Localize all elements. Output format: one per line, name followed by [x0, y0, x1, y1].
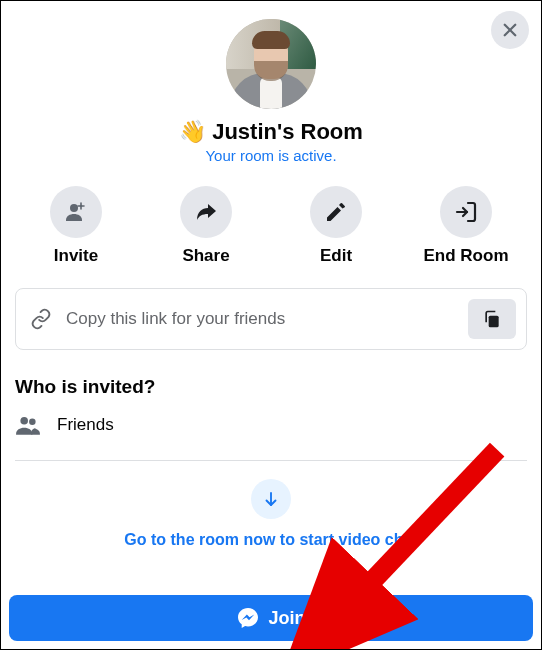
- go-to-room-text: Go to the room now to start video chat: [124, 531, 417, 549]
- edit-label: Edit: [320, 246, 352, 266]
- go-to-room-link[interactable]: Go to the room now to start video chat: [124, 479, 417, 549]
- end-room-label: End Room: [424, 246, 509, 266]
- end-room-action[interactable]: End Room: [421, 186, 511, 266]
- share-action[interactable]: Share: [161, 186, 251, 266]
- host-avatar: [226, 19, 316, 109]
- share-icon: [194, 200, 218, 224]
- arrow-down-icon: [262, 490, 280, 508]
- invited-scope-row[interactable]: Friends: [15, 412, 527, 460]
- svg-point-5: [20, 417, 28, 425]
- end-room-icon: [454, 200, 478, 224]
- invited-heading: Who is invited?: [15, 376, 527, 398]
- messenger-icon: [236, 606, 260, 630]
- invite-label: Invite: [54, 246, 98, 266]
- copy-link-button[interactable]: [468, 299, 516, 339]
- invited-scope-label: Friends: [57, 415, 114, 435]
- close-button[interactable]: [491, 11, 529, 49]
- join-button[interactable]: Join: [9, 595, 533, 641]
- room-status: Your room is active.: [205, 147, 336, 164]
- join-label: Join: [268, 608, 305, 629]
- copy-link-placeholder: Copy this link for your friends: [66, 309, 454, 329]
- invite-icon: [64, 200, 88, 224]
- copy-link-box[interactable]: Copy this link for your friends: [15, 288, 527, 350]
- divider: [15, 460, 527, 461]
- edit-action[interactable]: Edit: [291, 186, 381, 266]
- close-icon: [501, 21, 519, 39]
- friends-icon: [15, 412, 41, 438]
- edit-icon: [324, 200, 348, 224]
- copy-icon: [482, 309, 502, 329]
- link-icon: [30, 308, 52, 330]
- wave-emoji: 👋: [179, 119, 206, 145]
- svg-rect-4: [489, 316, 499, 328]
- share-label: Share: [182, 246, 229, 266]
- room-title: Justin's Room: [212, 119, 363, 145]
- actions-row: Invite Share Edit End Room: [15, 186, 527, 266]
- invite-action[interactable]: Invite: [31, 186, 121, 266]
- svg-point-2: [70, 204, 78, 212]
- room-title-row: 👋 Justin's Room: [179, 119, 363, 145]
- svg-point-6: [29, 419, 36, 426]
